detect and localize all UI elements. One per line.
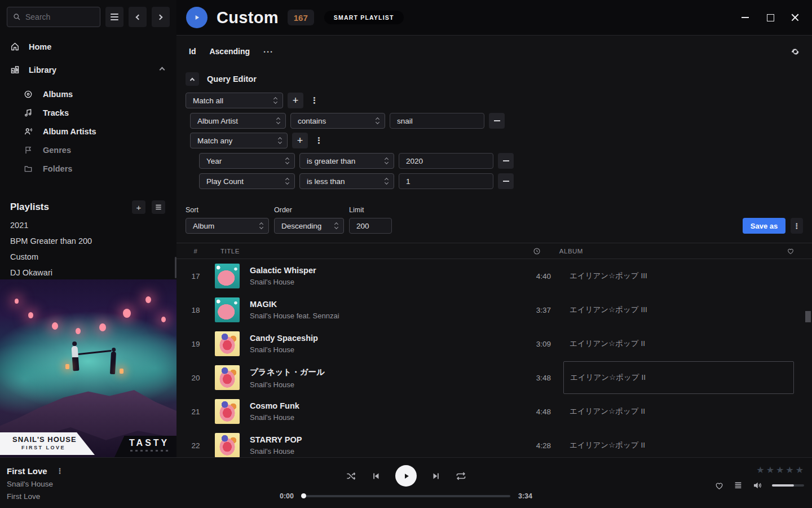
more-options-button[interactable]: ··· (263, 47, 273, 56)
sidebar-item-album-artists[interactable]: Album Artists (0, 122, 176, 141)
add-rule-button-group1[interactable]: + (288, 93, 303, 108)
track-album-focused-cell[interactable]: エイリアン☆ポップ II (563, 361, 794, 394)
sidebar-item-folders[interactable]: Folders (0, 159, 176, 178)
star-icon[interactable]: ★ (766, 465, 775, 475)
sidebar-item-tracks[interactable]: Tracks (0, 103, 176, 122)
previous-button[interactable] (371, 471, 381, 481)
query-editor-collapse-button[interactable] (186, 72, 199, 86)
shuffle-button[interactable] (346, 471, 356, 481)
save-as-button[interactable]: Save as (743, 218, 785, 234)
track-artist[interactable]: Snail's House (250, 278, 497, 286)
table-row[interactable]: 17 Galactic Whisper Snail's House 4:40 エ… (186, 259, 803, 293)
rule2-operator-select[interactable]: is greater than (299, 153, 394, 169)
rule3-remove-button[interactable] (498, 173, 514, 189)
chevron-up-icon[interactable] (160, 67, 165, 73)
playlist-item-2021[interactable]: 2021 (0, 217, 176, 233)
playlist-list-button[interactable] (152, 200, 165, 214)
playlist-item-bpm[interactable]: BPM Greater than 200 (0, 233, 176, 249)
queue-button[interactable] (734, 481, 743, 490)
rating-stars[interactable]: ★★★★★ (756, 465, 804, 475)
column-favorite[interactable] (778, 247, 803, 255)
track-title[interactable]: プラネット・ガール (250, 367, 497, 378)
table-row[interactable]: 20 プラネット・ガール Snail's House 3:48 エイリアン☆ポッ… (186, 361, 803, 395)
track-artist[interactable]: Snail's House (250, 380, 497, 389)
sort-field-button[interactable]: Id (189, 47, 196, 56)
track-artist[interactable]: Snail's House (250, 345, 497, 354)
add-playlist-button[interactable]: + (132, 200, 145, 214)
search-input[interactable] (25, 12, 87, 21)
track-title[interactable]: MAGIK (250, 300, 497, 309)
seek-slider[interactable] (302, 495, 510, 497)
volume-slider[interactable] (772, 484, 804, 487)
play-pause-button[interactable] (395, 465, 417, 487)
next-button[interactable] (431, 471, 441, 481)
sidebar-item-albums[interactable]: Albums (0, 85, 176, 103)
rule2-field-select[interactable]: Year (199, 153, 295, 169)
query-menu-button[interactable]: ⋮ (791, 218, 803, 234)
star-icon[interactable]: ★ (776, 465, 784, 475)
playlist-item-custom[interactable]: Custom (0, 249, 176, 265)
settings-gear-button[interactable] (791, 47, 800, 56)
track-album[interactable]: エイリアン☆ポップ III (570, 271, 803, 281)
rule3-field-select[interactable]: Play Count (199, 173, 295, 189)
search-box[interactable] (7, 7, 100, 27)
seek-handle[interactable] (301, 493, 306, 498)
rule1-remove-button[interactable] (489, 113, 505, 129)
rule1-field-select[interactable]: Album Artist (190, 113, 286, 129)
track-album[interactable]: エイリアン☆ポップ III (570, 305, 803, 315)
table-row[interactable]: 19 Candy Spaceship Snail's House 3:09 エイ… (186, 327, 803, 361)
sort-direction-button[interactable]: Ascending (209, 47, 250, 56)
table-row[interactable]: 21 Cosmo Funk Snail's House 4:48 エイリアン☆ポ… (186, 395, 803, 428)
window-minimize-button[interactable] (742, 14, 749, 21)
column-album[interactable]: ALBUM (559, 248, 778, 255)
rule3-operator-select[interactable]: is less than (299, 173, 394, 189)
add-rule-button-group2[interactable]: + (292, 133, 308, 148)
rule1-operator-select[interactable]: contains (290, 113, 385, 129)
table-row[interactable]: 18 MAGIK Snail's House feat. Sennzai 3:3… (186, 293, 803, 327)
repeat-button[interactable] (456, 471, 466, 481)
sidebar-item-home[interactable]: Home (0, 36, 176, 57)
table-scrollbar[interactable] (805, 311, 811, 322)
group2-menu-button[interactable]: ⋮ (312, 135, 325, 146)
sidebar-item-library[interactable]: Library (0, 59, 176, 80)
track-album[interactable]: エイリアン☆ポップ II (570, 440, 803, 450)
track-album[interactable]: エイリアン☆ポップ II (570, 406, 803, 417)
rule2-value-input[interactable]: 2020 (399, 153, 493, 169)
order-select[interactable]: Descending (274, 218, 344, 234)
sort-select[interactable]: Album (186, 218, 269, 234)
sidebar-scrollbar[interactable] (175, 257, 176, 278)
back-button[interactable] (129, 7, 147, 27)
window-maximize-button[interactable] (766, 14, 774, 21)
group1-menu-button[interactable]: ⋮ (308, 95, 321, 106)
column-duration[interactable] (487, 247, 541, 255)
track-title[interactable]: Cosmo Funk (250, 401, 497, 410)
now-playing-artwork[interactable]: SNAIL'S HOUSE FIRST LOVE TASTY (0, 279, 176, 457)
track-artist[interactable]: Snail's House feat. Sennzai (250, 312, 497, 320)
volume-button[interactable] (752, 480, 762, 491)
playlist-item-dj-okawari[interactable]: DJ Okawari (0, 265, 176, 281)
track-title[interactable]: Candy Spaceship (250, 334, 497, 343)
track-artist[interactable]: Snail's House (250, 413, 497, 422)
track-title[interactable]: Galactic Whisper (250, 266, 497, 275)
track-title[interactable]: STARRY POP (250, 435, 497, 444)
rule3-value-input[interactable]: 1 (399, 173, 493, 189)
match-select-group2[interactable]: Match any (190, 133, 288, 148)
star-icon[interactable]: ★ (756, 465, 765, 475)
column-number[interactable]: # (186, 248, 206, 255)
star-icon[interactable]: ★ (785, 465, 794, 475)
play-playlist-button[interactable] (186, 7, 208, 28)
rule2-remove-button[interactable] (498, 153, 514, 169)
favorite-button[interactable] (714, 481, 724, 491)
limit-input[interactable]: 200 (349, 218, 392, 234)
match-select-group1[interactable]: Match all (186, 93, 283, 108)
column-title[interactable]: TITLE (220, 248, 240, 255)
select-arrows-icon (286, 178, 289, 184)
track-artist[interactable]: Snail's House (250, 447, 497, 456)
forward-button[interactable] (152, 7, 170, 27)
menu-button[interactable] (105, 7, 123, 27)
star-icon[interactable]: ★ (796, 465, 804, 475)
window-close-button[interactable] (791, 14, 799, 21)
track-album[interactable]: エイリアン☆ポップ II (570, 339, 803, 349)
sidebar-item-genres[interactable]: Genres (0, 141, 176, 159)
rule1-value-input[interactable]: snail (390, 113, 484, 129)
